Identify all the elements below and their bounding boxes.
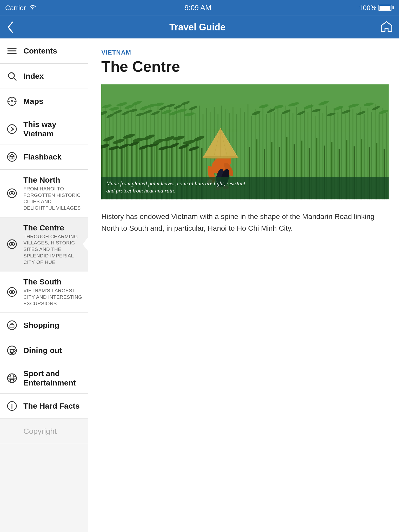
- sidebar-maps-text: Maps: [23, 97, 83, 106]
- compass-icon: [5, 95, 19, 108]
- info-icon: [5, 399, 19, 413]
- globe-icon: [5, 371, 19, 385]
- sidebar-flashback-text: Flashback: [23, 152, 83, 162]
- sidebar-item-shopping[interactable]: Shopping: [0, 313, 88, 338]
- svg-text:Made from plaited palm leaves,: Made from plaited palm leaves, conical h…: [106, 180, 245, 187]
- carrier-text: Carrier: [5, 4, 26, 12]
- nav-bar: Travel Guide: [0, 16, 399, 38]
- sidebar-shopping-text: Shopping: [23, 321, 83, 330]
- sidebar-the-north-text: The North FROM HANOI TO FORGOTTEN HISTOR…: [23, 175, 83, 211]
- status-time: 9:09 AM: [185, 4, 211, 12]
- sidebar-this-way-vietnam-label: This way Vietnam: [23, 120, 83, 138]
- sidebar-item-dining-out[interactable]: Dining out: [0, 338, 88, 363]
- svg-point-19: [11, 192, 13, 194]
- sidebar-item-maps[interactable]: Maps: [0, 89, 88, 114]
- nav-title: Travel Guide: [169, 22, 225, 33]
- sidebar-item-flashback[interactable]: Flashback: [0, 144, 88, 170]
- building-icon: [5, 150, 19, 164]
- sidebar-the-south-label: The South: [23, 277, 83, 287]
- copyright-spacer: [5, 424, 19, 438]
- sidebar-index-label: Index: [23, 71, 83, 81]
- sidebar-dining-text: Dining out: [23, 346, 83, 355]
- detail-body: History has endowed Vietnam with a spine…: [101, 211, 389, 234]
- svg-rect-14: [10, 156, 14, 159]
- sidebar-item-copyright[interactable]: Copyright: [0, 419, 88, 444]
- sidebar-this-way-vietnam-text: This way Vietnam: [23, 120, 83, 138]
- battery-percent: 100%: [359, 4, 377, 12]
- sidebar-sport-label: Sport and Entertainment: [23, 369, 83, 388]
- sidebar-dining-label: Dining out: [23, 346, 83, 355]
- sidebar-flashback-label: Flashback: [23, 152, 83, 162]
- sidebar-the-centre-label: The Centre: [23, 223, 83, 232]
- detail-image-container: Made from plaited palm leaves, conical h…: [101, 82, 389, 203]
- svg-point-0: [32, 8, 34, 9]
- sidebar-the-centre-text: The Centre THROUGH CHARMING VILLAGES, HI…: [23, 223, 83, 265]
- wifi-icon: [29, 4, 37, 12]
- status-carrier: Carrier: [5, 4, 37, 12]
- detail-image: Made from plaited palm leaves, conical h…: [101, 82, 389, 202]
- back-button[interactable]: [6, 21, 15, 34]
- home-button[interactable]: [380, 20, 393, 35]
- sidebar-item-hard-facts[interactable]: The Hard Facts: [0, 394, 88, 419]
- cup-icon: [5, 344, 19, 357]
- sidebar-hard-facts-label: The Hard Facts: [23, 401, 83, 411]
- eye-south-icon: [5, 285, 19, 299]
- sidebar-the-south-sublabel: VIETNAM'S LARGEST CITY AND INTERESTING E…: [23, 288, 83, 307]
- battery-icon: [378, 5, 394, 11]
- sidebar-contents-label: Contents: [23, 46, 83, 56]
- sidebar-copyright-text: Copyright: [23, 427, 83, 436]
- sidebar: Contents Index: [0, 38, 88, 532]
- sidebar-maps-label: Maps: [23, 97, 83, 106]
- sidebar-hard-facts-text: The Hard Facts: [23, 401, 83, 411]
- status-battery-area: 100%: [359, 4, 394, 12]
- svg-line-5: [14, 78, 16, 80]
- svg-text:and protect from heat and rain: and protect from heat and rain.: [106, 188, 175, 194]
- sidebar-item-sport-entertainment[interactable]: Sport and Entertainment: [0, 363, 88, 394]
- eye-north-icon: [5, 187, 19, 200]
- svg-point-7: [11, 101, 13, 102]
- sidebar-the-north-label: The North: [23, 175, 83, 185]
- detail-panel: VIETNAM The Centre: [88, 38, 399, 532]
- svg-point-22: [11, 243, 13, 245]
- arrow-right-icon: [5, 122, 19, 136]
- detail-section-label: VIETNAM: [101, 49, 389, 56]
- svg-point-26: [8, 321, 16, 330]
- active-chevron: [83, 237, 88, 251]
- sidebar-item-the-centre[interactable]: The Centre THROUGH CHARMING VILLAGES, HI…: [0, 217, 88, 271]
- svg-point-12: [8, 125, 16, 134]
- main-content: Contents Index: [0, 38, 399, 532]
- svg-rect-27: [10, 325, 14, 328]
- sidebar-item-the-north[interactable]: The North FROM HANOI TO FORGOTTEN HISTOR…: [0, 170, 88, 217]
- eye-centre-icon: [5, 237, 19, 251]
- svg-point-13: [8, 152, 16, 161]
- svg-point-36: [11, 404, 12, 405]
- sidebar-item-the-south[interactable]: The South VIETNAM'S LARGEST CITY AND INT…: [0, 271, 88, 313]
- sidebar-the-north-sublabel: FROM HANOI TO FORGOTTEN HISTORIC CITIES …: [23, 186, 83, 211]
- detail-title: The Centre: [101, 58, 389, 75]
- sidebar-item-contents[interactable]: Contents: [0, 38, 88, 64]
- search-icon: [5, 69, 19, 83]
- svg-point-25: [11, 291, 13, 293]
- sidebar-shopping-label: Shopping: [23, 321, 83, 330]
- sidebar-item-this-way-vietnam[interactable]: This way Vietnam: [0, 114, 88, 144]
- sidebar-index-text: Index: [23, 71, 83, 81]
- sidebar-copyright-label: Copyright: [23, 427, 83, 436]
- sidebar-item-index[interactable]: Index: [0, 64, 88, 89]
- sidebar-the-south-text: The South VIETNAM'S LARGEST CITY AND INT…: [23, 277, 83, 307]
- sidebar-the-centre-sublabel: THROUGH CHARMING VILLAGES, HISTORIC SITE…: [23, 234, 83, 265]
- list-icon: [5, 44, 19, 58]
- status-bar: Carrier 9:09 AM 100%: [0, 0, 399, 16]
- sidebar-contents-text: Contents: [23, 46, 83, 56]
- bag-icon: [5, 318, 19, 332]
- sidebar-sport-text: Sport and Entertainment: [23, 369, 83, 388]
